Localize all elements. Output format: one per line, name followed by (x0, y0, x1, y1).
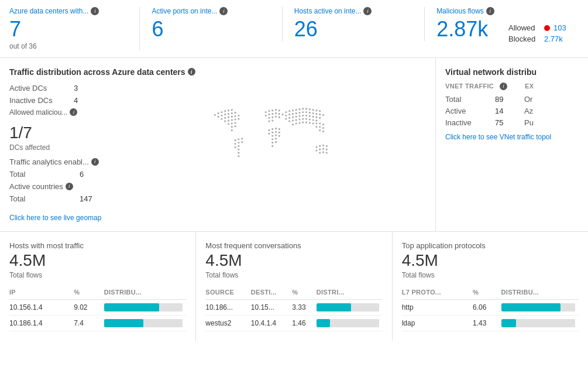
svg-rect-41 (269, 110, 270, 112)
conversations-block: Most frequent conversations 4.5M Total f… (196, 232, 392, 341)
svg-rect-15 (231, 115, 233, 117)
svg-rect-109 (295, 119, 297, 121)
svg-rect-118 (299, 122, 301, 124)
allowed-malicious-info-icon[interactable]: i (70, 108, 77, 116)
svg-rect-20 (231, 119, 233, 121)
svg-rect-16 (235, 115, 236, 117)
svg-rect-69 (275, 138, 277, 139)
malicious-side: Allowed 103 Blocked 2.77k (508, 7, 579, 46)
malicious-flows-value: 2.87k (436, 18, 508, 41)
svg-rect-140 (322, 151, 324, 153)
svg-rect-21 (235, 118, 236, 120)
active-ports-label[interactable]: Active ports on inte... i (152, 7, 270, 15)
protocols-title: Top application protocols (402, 241, 579, 250)
vnet-header-info[interactable]: i (500, 83, 507, 90)
svg-rect-54 (278, 116, 280, 118)
conv-src-1: 10.186... (205, 299, 250, 315)
blocked-row: Blocked 2.77k (508, 35, 579, 43)
svg-rect-81 (312, 109, 314, 111)
svg-rect-105 (316, 116, 318, 118)
hosts-active-info-icon[interactable]: i (363, 7, 372, 15)
active-dc-row: Active DCs 3 (9, 84, 126, 93)
malicious-flows-label[interactable]: Malicious flows i (436, 7, 508, 15)
svg-rect-139 (319, 152, 321, 153)
analytics-info-icon[interactable]: i (91, 158, 99, 166)
svg-rect-29 (235, 139, 236, 141)
svg-rect-61 (269, 132, 270, 134)
malicious-info-icon[interactable]: i (486, 7, 494, 15)
svg-rect-72 (271, 145, 273, 147)
vnet-active-label: Active (445, 107, 483, 115)
active-ports-info-icon[interactable]: i (219, 7, 228, 15)
hosts-table-header: IP % DISTRIBU... (9, 286, 186, 300)
svg-rect-71 (275, 141, 277, 143)
svg-rect-129 (319, 129, 321, 131)
svg-rect-0 (214, 114, 216, 116)
conv-pct-1: 3.33 (292, 299, 316, 315)
svg-rect-24 (231, 122, 233, 124)
svg-rect-32 (235, 143, 236, 145)
allowed-dot (544, 25, 550, 31)
hosts-active-label[interactable]: Hosts active on inte... i (294, 7, 412, 15)
svg-rect-4 (228, 109, 229, 111)
geomap-link[interactable]: Click here to see live geomap (9, 214, 426, 222)
svg-rect-26 (231, 126, 233, 128)
svg-rect-25 (235, 122, 236, 124)
conv-dst-1: 10.15... (251, 299, 293, 315)
middle-section: Traffic distribution across Azure data c… (0, 58, 588, 232)
vnet-total-val: 89 (495, 95, 513, 104)
svg-rect-28 (231, 129, 233, 131)
proto-col-dist: DISTRIBU... (501, 286, 579, 300)
svg-rect-92 (312, 112, 314, 114)
vnet-row-active: Active 14 Az (445, 107, 579, 115)
svg-rect-101 (302, 115, 304, 117)
azure-dc-metric: Azure data centers with... i 7 out of 36 (9, 7, 140, 50)
svg-rect-58 (271, 128, 273, 130)
traffic-content: Active DCs 3 Inactive DCs 4 Allowed mali… (9, 84, 426, 207)
svg-rect-8 (224, 114, 226, 115)
host-ip-1: 10.156.1.4 (9, 299, 74, 315)
svg-rect-116 (292, 124, 294, 125)
svg-rect-31 (241, 138, 243, 139)
svg-rect-62 (271, 131, 273, 133)
hosts-table-container: IP % DISTRIBU... 10.156.1.4 9.02 10.1 (9, 286, 186, 331)
malicious-main: Malicious flows i 2.87k (436, 7, 508, 41)
svg-rect-57 (269, 129, 270, 131)
analytics-total-value: 6 (80, 170, 84, 179)
analytics-section: Traffic analytics enabl... i Total 6 Act… (9, 157, 126, 203)
vnet-link[interactable]: Click here to see VNet traffic topol (445, 133, 579, 141)
svg-rect-86 (292, 113, 294, 115)
svg-rect-35 (235, 146, 236, 148)
protocols-table: L7 PROTO... % DISTRIBU... http 6.06 l (402, 286, 579, 331)
active-dc-stat-label: Active DCs (9, 84, 74, 93)
azure-dc-label[interactable]: Azure data centers with... i (9, 7, 128, 15)
traffic-stats: Active DCs 3 Inactive DCs 4 Allowed mali… (9, 84, 126, 207)
azure-dc-info-icon[interactable]: i (91, 7, 99, 15)
svg-rect-128 (322, 127, 324, 129)
conversations-table-container: SOURCE DESTI... % DISTRI... 10.186... 10… (205, 286, 382, 331)
svg-rect-141 (326, 152, 328, 153)
traffic-info-icon[interactable]: i (188, 68, 195, 76)
svg-rect-22 (238, 118, 239, 119)
svg-rect-97 (288, 117, 290, 118)
vnet-total-label: Total (445, 95, 483, 104)
svg-rect-126 (316, 126, 318, 128)
countries-info-icon[interactable]: i (66, 183, 73, 190)
svg-rect-94 (319, 114, 321, 115)
table-row: 10.186... 10.15... 3.33 (205, 299, 382, 315)
svg-rect-136 (319, 148, 321, 150)
svg-rect-124 (319, 122, 321, 124)
conv-pct-2: 1.46 (292, 315, 316, 331)
conv-col-dist: DISTRI... (317, 286, 383, 300)
active-ports-value: 6 (152, 18, 270, 41)
svg-rect-138 (326, 148, 328, 150)
conv-col-source: SOURCE (205, 286, 250, 300)
hosts-active-value: 26 (294, 18, 412, 41)
vnet-total-right: Or (524, 95, 532, 104)
host-pct-2: 7.4 (74, 315, 104, 331)
svg-rect-79 (305, 108, 307, 109)
svg-rect-112 (305, 118, 307, 119)
svg-rect-56 (271, 119, 273, 121)
svg-rect-7 (221, 115, 223, 117)
svg-rect-135 (316, 149, 318, 151)
